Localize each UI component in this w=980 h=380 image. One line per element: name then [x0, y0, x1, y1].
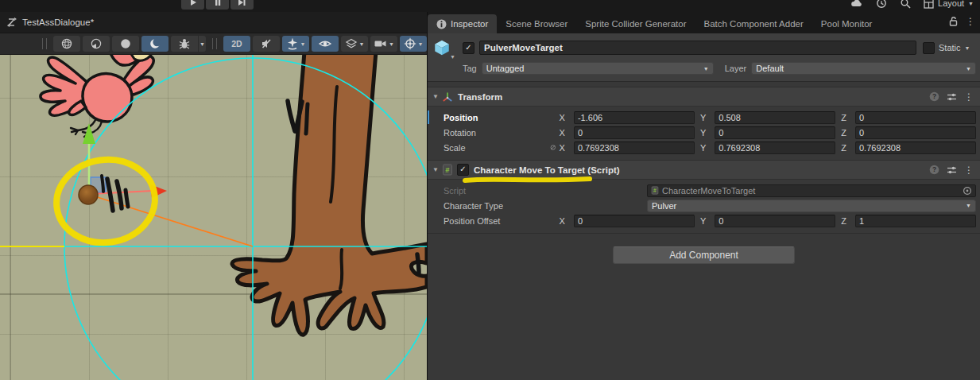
- z-axis-label[interactable]: Z: [841, 143, 846, 153]
- active-checkbox[interactable]: ✓: [463, 42, 475, 54]
- constrain-proportions-icon[interactable]: [550, 142, 556, 153]
- debug-mode-dropdown-arrow[interactable]: ▼: [199, 36, 206, 52]
- tab-scene-browser[interactable]: Scene Browser: [497, 14, 576, 33]
- lock-open-icon[interactable]: [949, 16, 958, 26]
- tag-dropdown[interactable]: Untagged ▼: [482, 62, 714, 75]
- x-axis-label[interactable]: X: [560, 128, 565, 138]
- tab-pool-monitor[interactable]: Pool Monitor: [812, 14, 881, 33]
- undo-history-icon[interactable]: [876, 0, 887, 9]
- draw-mode-shaded-button[interactable]: [112, 36, 139, 52]
- layers-icon: [345, 37, 358, 50]
- tab-batch-component-adder[interactable]: Batch Component Adder: [695, 14, 812, 33]
- rotation-fields: X Y Z: [560, 126, 976, 139]
- layout-caret-icon: ▼: [968, 1, 974, 6]
- tree-sprite[interactable]: [232, 55, 427, 335]
- layout-dropdown[interactable]: Layout ▼: [924, 0, 974, 9]
- pause-button[interactable]: [206, 0, 229, 10]
- scale-x-field[interactable]: [574, 142, 695, 154]
- scale-y-field[interactable]: [715, 142, 835, 154]
- scene-canvas[interactable]: [0, 55, 427, 380]
- tab-sprite-collider-generator[interactable]: Sprite Collider Generator: [576, 14, 695, 33]
- layers-dropdown-arrow[interactable]: ▼: [359, 41, 365, 47]
- toolbar-drag-handle[interactable]: [42, 38, 47, 49]
- layer-dropdown[interactable]: Default ▼: [751, 62, 976, 75]
- effects-toggle[interactable]: ▼: [282, 36, 309, 52]
- pause-icon: [214, 0, 222, 6]
- position-label[interactable]: Position: [428, 113, 560, 122]
- gameobject-name-field[interactable]: [479, 41, 916, 55]
- scene-view[interactable]: [0, 55, 427, 380]
- tab-inspector[interactable]: Inspector: [428, 14, 497, 33]
- rotation-y-field[interactable]: [715, 126, 835, 139]
- add-component-button[interactable]: Add Component: [613, 246, 795, 264]
- object-picker-icon[interactable]: [963, 186, 972, 196]
- step-icon: [238, 0, 246, 6]
- scene-lighting-toggle[interactable]: [141, 36, 168, 52]
- static-dropdown-arrow[interactable]: ▼: [965, 45, 970, 51]
- help-icon[interactable]: ?: [929, 165, 939, 175]
- layers-button[interactable]: ▼: [341, 36, 368, 52]
- draw-mode-shaded-wire-button[interactable]: [83, 36, 110, 52]
- offset-x-field[interactable]: [574, 215, 695, 227]
- presets-icon[interactable]: [947, 92, 957, 102]
- search-icon[interactable]: [900, 0, 911, 9]
- character-type-value: Pulver: [652, 201, 676, 211]
- cloud-services-icon[interactable]: [850, 0, 863, 9]
- 2d-mode-toggle[interactable]: 2D: [223, 36, 250, 52]
- z-axis-label[interactable]: Z: [841, 216, 846, 226]
- y-axis-label[interactable]: Y: [700, 113, 706, 122]
- scene-tab-title[interactable]: TestAssDialogue*: [22, 17, 94, 27]
- gameobject-icon-wrap[interactable]: ▼: [432, 38, 456, 57]
- draw-mode-wireframe-button[interactable]: [53, 36, 80, 52]
- layout-grid-icon: [924, 0, 934, 9]
- layout-label: Layout: [938, 0, 964, 8]
- z-axis-label[interactable]: Z: [841, 113, 846, 122]
- presets-icon[interactable]: [947, 165, 957, 175]
- inspector-menu-icon[interactable]: ⋮: [966, 17, 975, 26]
- gizmos-button[interactable]: ▼: [400, 36, 427, 52]
- help-icon[interactable]: ?: [929, 91, 939, 102]
- play-button[interactable]: [181, 0, 204, 10]
- audio-mute-toggle[interactable]: [253, 36, 280, 52]
- script-object-field[interactable]: # CharacterMoveToTarget: [647, 184, 976, 197]
- y-axis-label[interactable]: Y: [700, 143, 706, 153]
- rotation-z-field[interactable]: [855, 126, 976, 139]
- script-foldout[interactable]: ▼: [432, 166, 442, 173]
- offset-y-field[interactable]: [715, 215, 835, 227]
- scale-z-field[interactable]: [855, 142, 976, 154]
- static-checkbox[interactable]: ✓: [923, 42, 935, 54]
- script-menu-icon[interactable]: ⋮: [964, 165, 974, 175]
- position-z-field[interactable]: [855, 111, 976, 124]
- script-enabled-checkbox[interactable]: ✓: [457, 164, 469, 176]
- gizmos-dropdown-arrow[interactable]: ▼: [418, 41, 424, 47]
- rotation-x-field[interactable]: [574, 126, 695, 139]
- x-axis-label[interactable]: X: [560, 216, 565, 226]
- scale-label[interactable]: Scale: [428, 143, 563, 153]
- y-axis-label[interactable]: Y: [700, 128, 706, 138]
- y-axis-label[interactable]: Y: [700, 216, 706, 226]
- move-target-dot[interactable]: [79, 185, 98, 204]
- transform-foldout[interactable]: ▼: [432, 93, 442, 100]
- toolbar-drag-handle-2[interactable]: [212, 38, 217, 49]
- x-axis-label[interactable]: X: [560, 113, 565, 122]
- y-axis-arrowhead[interactable]: [83, 123, 95, 144]
- position-x-field[interactable]: [574, 111, 695, 124]
- offset-z-field[interactable]: [855, 215, 976, 227]
- x-axis-label[interactable]: X: [560, 143, 565, 153]
- script-component-header[interactable]: ▼ # ✓ Character Move To Target (Script) …: [428, 160, 980, 180]
- position-y-field[interactable]: [715, 111, 835, 124]
- step-button[interactable]: [230, 0, 254, 10]
- transform-menu-icon[interactable]: ⋮: [964, 92, 974, 102]
- debug-mode-button[interactable]: [171, 36, 198, 52]
- camera-dropdown-arrow[interactable]: ▼: [389, 41, 394, 47]
- bird-sprite[interactable]: [41, 55, 153, 137]
- camera-settings-button[interactable]: ▼: [370, 36, 397, 52]
- audio-muted-icon: [260, 37, 273, 50]
- transform-rows: Position X Y Z Rotation X Y Z: [428, 107, 980, 160]
- z-axis-label[interactable]: Z: [841, 128, 846, 138]
- character-type-dropdown[interactable]: Pulver ▼: [647, 200, 976, 212]
- rotation-label[interactable]: Rotation: [428, 128, 560, 138]
- transform-header[interactable]: ▼ Transform ? ⋮: [428, 87, 980, 107]
- scene-visibility-toggle[interactable]: [312, 36, 339, 52]
- effects-dropdown-arrow[interactable]: ▼: [300, 41, 306, 47]
